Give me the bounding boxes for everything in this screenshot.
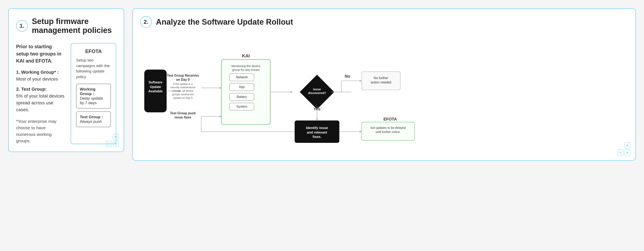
- right-zoom-in-icon-top[interactable]: ⊕: [624, 142, 630, 148]
- zoom-out-icon[interactable]: ⊖: [106, 141, 112, 147]
- efota-card-working-group: Working Group : Delay update by 7 days: [76, 84, 111, 109]
- arrowhead-2: [220, 87, 222, 89]
- right-panel-title: Analyze the Software Update Rollout: [156, 18, 293, 27]
- efota-card-2-title: Test Group :: [80, 115, 107, 119]
- zoom-in-icon-bottom[interactable]: ⊕: [113, 141, 119, 147]
- diamond-text1: Issue: [313, 88, 321, 91]
- kai-intro2: group for any issues: [232, 68, 260, 72]
- arrowhead-6: [316, 118, 318, 121]
- group1-sub2: security maintenance: [170, 86, 196, 89]
- list-item: 2. Test Group: 5% of your total devices …: [16, 86, 64, 113]
- list-item-1-detail: Most of your devices: [16, 76, 58, 82]
- right-panel-flow: Software Update Available Test Group Rec…: [140, 36, 628, 153]
- left-list: 1. Working Group* : Most of your devices…: [16, 69, 64, 113]
- badge-battery-text: Battery: [236, 95, 247, 99]
- zoom-in-icon-top[interactable]: ⊕: [113, 134, 119, 140]
- arrowhead-3: [220, 115, 222, 117]
- group1-sub4: groups receive the: [172, 93, 194, 96]
- phone-text-2: Update: [150, 85, 161, 89]
- right-step-circle: 2.: [140, 16, 152, 28]
- identify-text2: and relevant: [307, 130, 328, 134]
- flow-svg: Software Update Available Test Group Rec…: [140, 36, 628, 152]
- identify-text1: Identify issue: [306, 126, 328, 130]
- no-label: No: [345, 74, 350, 79]
- right-zoom-in-icon-bottom[interactable]: ⊕: [624, 149, 630, 155]
- right-icon-row-bottom: ⊖ ⊕: [618, 149, 630, 155]
- efota-result-text2: until further notice.: [376, 130, 400, 134]
- efota-card-1-detail: Delay update by 7 days: [80, 96, 107, 105]
- left-footnote: *Your enterprise may choose to have nume…: [16, 118, 64, 144]
- arrowhead-4: [290, 91, 293, 93]
- kai-label: KAI: [242, 53, 250, 58]
- main-container: 1. Setup firmware management policies Pr…: [8, 8, 636, 243]
- kai-intro1: Monitoring the device: [232, 64, 260, 68]
- icon-row-bottom: ⊖ ⊕: [106, 141, 119, 147]
- efota-card-2-detail: Always push: [80, 119, 107, 124]
- efota-label: EFOTA: [76, 49, 111, 54]
- left-intro: Prior to starting setup two groups in KA…: [16, 43, 64, 65]
- group1-sub5: update on Day 0: [173, 96, 192, 99]
- efota-setup-box: EFOTA Setup two campaigns with the follo…: [71, 43, 116, 144]
- arrowhead-5: [360, 80, 362, 82]
- left-step-circle: 1.: [16, 20, 28, 32]
- list-item-2-detail: 5% of your total devices spread across u…: [16, 93, 64, 112]
- efota-card-test-group: Test Group : Always push: [76, 111, 111, 127]
- left-panel: 1. Setup firmware management policies Pr…: [8, 8, 124, 152]
- left-panel-header: 1. Setup firmware management policies: [16, 17, 116, 35]
- group1-label2: on Day 0: [176, 78, 190, 81]
- efota-intro: Setup two campaigns with the following u…: [76, 58, 111, 80]
- group1-sub1: If the update is a: [173, 82, 193, 86]
- list-item: 1. Working Group* : Most of your devices: [16, 69, 64, 82]
- left-panel-icons: ⊕ ⊖ ⊕: [106, 134, 119, 147]
- efota-card-1-title: Working Group :: [80, 87, 107, 96]
- left-content: Prior to starting setup two groups in KA…: [16, 43, 116, 144]
- identify-text3: fixes.: [312, 135, 322, 139]
- left-text-block: Prior to starting setup two groups in KA…: [16, 43, 64, 144]
- right-step-number: 2.: [144, 19, 148, 25]
- left-step-number: 1.: [20, 23, 24, 29]
- group1-label: Test Group Receives: [167, 74, 199, 77]
- group2-label2: issue fixes: [174, 116, 191, 119]
- diamond-text2: discovered?: [308, 91, 326, 95]
- phone-text-3: Available: [148, 90, 162, 93]
- right-panel-icons: ⊕ ⊖ ⊕: [618, 142, 630, 155]
- list-item-2-title: 2. Test Group:: [16, 87, 47, 92]
- badge-network-text: Network: [236, 75, 248, 79]
- badge-system-text: System: [236, 105, 247, 108]
- no-action-text2: action needed: [371, 81, 391, 84]
- left-panel-title: Setup firmware management policies: [32, 17, 116, 35]
- group1-sub3: release, all device: [172, 89, 193, 92]
- efota-result-label: EFOTA: [384, 117, 397, 121]
- right-zoom-out-icon[interactable]: ⊖: [618, 149, 623, 155]
- arrowhead-7: [360, 131, 362, 133]
- right-panel-header: 2. Analyze the Software Update Rollout: [140, 16, 628, 28]
- efota-result-text1: Set updates to be delayed: [370, 126, 406, 129]
- no-action-text1: No further: [374, 76, 388, 80]
- phone-text-1: Software: [148, 81, 162, 84]
- badge-app-text: App: [239, 85, 245, 89]
- right-panel: 2. Analyze the Software Update Rollout S…: [132, 8, 636, 161]
- list-item-1-title: 1. Working Group* :: [16, 70, 59, 75]
- group2-label1: Test Group push: [170, 111, 196, 115]
